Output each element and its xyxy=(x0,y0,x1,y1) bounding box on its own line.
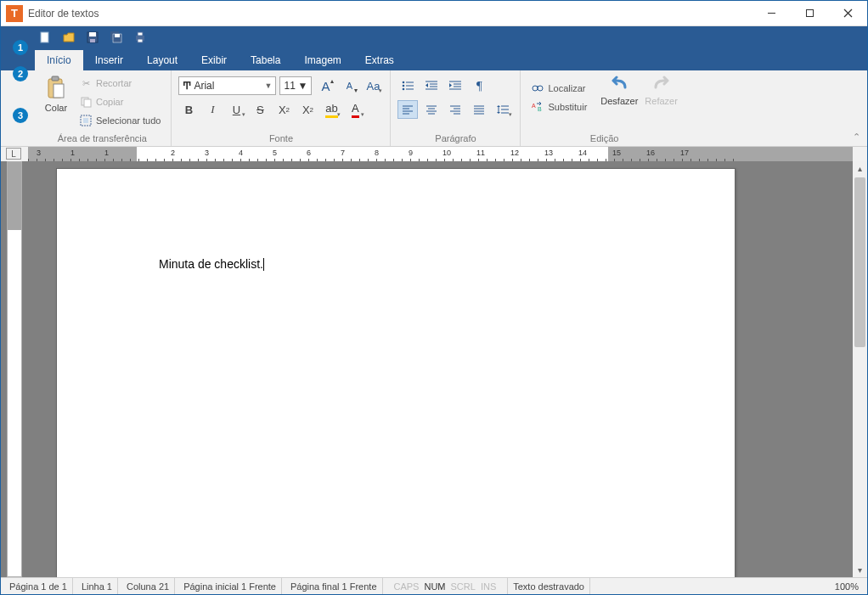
svg-rect-20 xyxy=(83,118,88,123)
tab-imagem[interactable]: Imagem xyxy=(292,50,352,70)
tab-inserir[interactable]: Inserir xyxy=(83,50,135,70)
copy-icon xyxy=(79,96,93,108)
num-indicator[interactable]: NUM xyxy=(421,581,448,592)
caps-indicator[interactable]: CAPS xyxy=(392,581,422,592)
scroll-thumb[interactable] xyxy=(854,177,865,347)
group-editing: Localizar ABSubstituir Desfazer Refazer … xyxy=(521,70,687,146)
tab-inicio[interactable]: Início xyxy=(35,50,83,70)
svg-rect-18 xyxy=(84,99,91,107)
align-right-button[interactable] xyxy=(445,100,465,119)
maximize-button[interactable] xyxy=(791,1,829,25)
svg-rect-16 xyxy=(54,84,64,98)
ribbon-header: Início Inserir Layout Exibir Tabela Imag… xyxy=(1,26,867,70)
show-marks-button[interactable]: ¶ xyxy=(469,76,489,95)
minimize-button[interactable] xyxy=(752,1,791,25)
ins-indicator[interactable]: INS xyxy=(478,581,499,592)
status-lock[interactable]: Texto destravado xyxy=(507,578,590,594)
paste-button[interactable]: Colar xyxy=(40,74,72,115)
bullet-list-button[interactable] xyxy=(397,76,418,95)
vertical-scrollbar[interactable]: ▴ ▾ xyxy=(853,161,867,577)
redo-icon xyxy=(649,76,674,94)
binoculars-icon xyxy=(531,82,544,94)
replace-button[interactable]: ABSubstituir xyxy=(527,98,590,116)
find-button[interactable]: Localizar xyxy=(527,79,590,98)
italic-button[interactable]: I xyxy=(202,100,223,119)
status-page-start[interactable]: Página inicial 1 Frente xyxy=(178,578,282,594)
ribbon: Colar ✂Recortar Copiar Selecionar tudo Á… xyxy=(1,70,867,147)
increase-indent-button[interactable] xyxy=(445,76,465,95)
close-button[interactable] xyxy=(829,1,867,25)
strikethrough-button[interactable]: S xyxy=(250,100,270,119)
underline-button[interactable]: U xyxy=(226,100,246,119)
select-all-button[interactable]: Selecionar tudo xyxy=(76,111,164,130)
window-controls xyxy=(752,1,867,25)
svg-point-23 xyxy=(403,85,405,87)
status-page-end[interactable]: Página final 1 Frente xyxy=(285,578,383,594)
document-area[interactable]: Minuta de checklist. xyxy=(22,161,853,577)
bold-button[interactable]: B xyxy=(178,100,199,119)
font-color-button[interactable]: A xyxy=(345,100,365,119)
scroll-down-button[interactable]: ▾ xyxy=(853,563,867,577)
group-font: ͲArial▼ 11▼ A▴ A▾ Aa B I U S X2 X2 ab A xyxy=(172,70,391,146)
save-icon[interactable] xyxy=(85,30,100,45)
font-size-combo[interactable]: 11▼ xyxy=(279,76,312,95)
tab-layout[interactable]: Layout xyxy=(135,50,189,70)
grow-font-button[interactable]: A▴ xyxy=(315,76,335,95)
horizontal-ruler-row: L 311234567891011121314151617 xyxy=(1,147,867,161)
tab-exibir[interactable]: Exibir xyxy=(189,50,239,70)
callout-1: 1 xyxy=(13,40,28,55)
subscript-button[interactable]: X2 xyxy=(273,100,294,119)
scroll-up-button[interactable]: ▴ xyxy=(853,161,867,176)
workspace: L 311234567891011121314151617 Minuta de … xyxy=(1,147,867,577)
status-zoom[interactable]: 100% xyxy=(830,578,864,594)
svg-rect-6 xyxy=(89,32,96,36)
tab-tabela[interactable]: Tabela xyxy=(239,50,292,70)
vertical-ruler[interactable] xyxy=(7,161,22,577)
svg-rect-15 xyxy=(52,76,59,81)
status-line[interactable]: Linha 1 xyxy=(76,578,118,594)
status-toggles: CAPS NUM SCRL INS xyxy=(386,578,504,594)
horizontal-ruler[interactable]: 311234567891011121314151617 xyxy=(28,147,853,161)
svg-point-21 xyxy=(403,81,405,84)
page[interactable]: Minuta de checklist. xyxy=(56,168,736,577)
svg-point-25 xyxy=(403,88,405,91)
decrease-indent-button[interactable] xyxy=(421,76,442,95)
group-label-paragraph: Parágrafo xyxy=(397,132,513,144)
tab-extras[interactable]: Extras xyxy=(353,50,406,70)
redo-button[interactable]: Refazer xyxy=(641,74,681,108)
align-left-button[interactable] xyxy=(397,100,418,119)
status-page[interactable]: Página 1 de 1 xyxy=(4,578,73,594)
group-label-font: Fonte xyxy=(178,132,383,144)
highlight-color-button[interactable]: ab xyxy=(321,100,341,119)
align-center-button[interactable] xyxy=(421,100,442,119)
font-family-combo[interactable]: ͲArial▼ xyxy=(178,76,276,95)
shrink-font-button[interactable]: A▾ xyxy=(339,76,359,95)
svg-rect-4 xyxy=(41,32,48,42)
undo-button[interactable]: Desfazer xyxy=(597,74,641,108)
undo-icon xyxy=(606,76,632,94)
tab-stop-selector[interactable]: L xyxy=(6,148,21,160)
save-all-icon[interactable] xyxy=(109,30,124,45)
select-all-icon xyxy=(79,115,93,126)
window-title: Editor de textos xyxy=(28,8,752,20)
svg-rect-10 xyxy=(115,34,120,37)
change-case-button[interactable]: Aa xyxy=(363,76,383,95)
document-text[interactable]: Minuta de checklist. xyxy=(159,257,264,271)
scissors-icon: ✂ xyxy=(79,78,93,89)
print-icon[interactable] xyxy=(132,30,148,45)
copy-button[interactable]: Copiar xyxy=(76,93,164,111)
scrl-indicator[interactable]: SCRL xyxy=(448,581,478,592)
new-file-icon[interactable] xyxy=(37,30,53,45)
line-spacing-button[interactable] xyxy=(493,100,513,119)
cut-button[interactable]: ✂Recortar xyxy=(76,74,164,93)
app-icon: T xyxy=(6,5,23,22)
status-column[interactable]: Coluna 21 xyxy=(121,578,175,594)
collapse-ribbon-button[interactable]: ⌃ xyxy=(853,132,860,143)
text-cursor xyxy=(263,258,264,271)
justify-button[interactable] xyxy=(469,100,489,119)
superscript-button[interactable]: X2 xyxy=(297,100,318,119)
group-paragraph: ¶ Parágrafo xyxy=(391,70,521,146)
svg-text:A: A xyxy=(532,103,536,109)
app-window: 1 2 3 T Editor de textos Início Inserir … xyxy=(0,0,868,595)
open-folder-icon[interactable] xyxy=(61,30,76,45)
